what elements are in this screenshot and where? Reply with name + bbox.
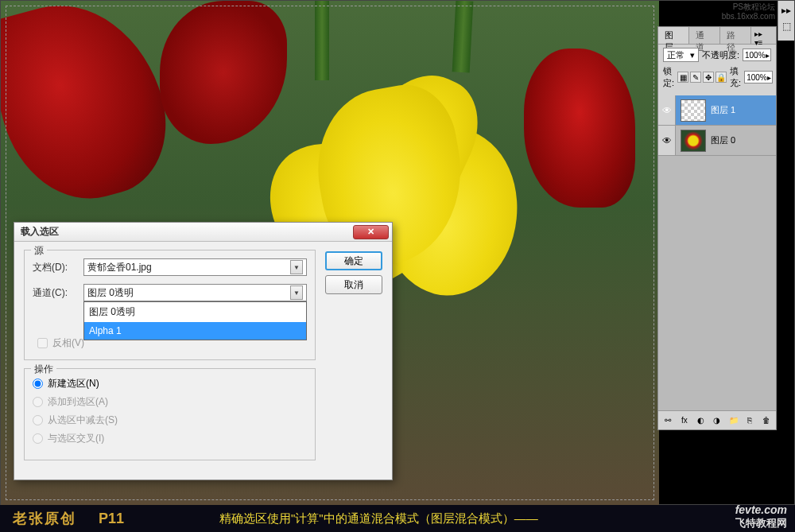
document-label: 文档(D): bbox=[33, 261, 79, 274]
histogram-icon[interactable]: ⬚ bbox=[780, 20, 793, 33]
watermark-text: PS教程论坛 bbs.16xx8.com bbox=[722, 2, 775, 21]
fill-label: 填充: bbox=[730, 65, 741, 89]
close-button[interactable]: ✕ bbox=[353, 225, 389, 239]
fill-input[interactable]: 100%▸ bbox=[744, 71, 773, 83]
new-layer-icon[interactable]: ⎘ bbox=[743, 414, 757, 427]
new-selection-radio[interactable] bbox=[33, 379, 43, 389]
tab-channels[interactable]: 通道 bbox=[689, 27, 720, 44]
ok-button[interactable]: 确定 bbox=[325, 251, 382, 270]
caption-text: 精确选区使用"计算"中的通道混合模式（图层混合模式）—— bbox=[219, 511, 538, 526]
intersect-selection-radio bbox=[33, 433, 43, 444]
blend-mode-dropdown[interactable]: 正常 ▾ bbox=[663, 48, 699, 62]
layer-name: 图层 1 bbox=[711, 104, 735, 116]
document-value: 黄郁金香01.jpg bbox=[87, 261, 290, 274]
chevron-down-icon: ▼ bbox=[290, 260, 303, 274]
lock-all-icon[interactable]: 🔒 bbox=[716, 72, 727, 83]
fx-icon[interactable]: fx bbox=[678, 414, 692, 427]
page-number: P11 bbox=[99, 511, 124, 527]
layer-item[interactable]: 👁 图层 0 bbox=[658, 126, 776, 156]
subtract-selection-label: 从选区中减去(S) bbox=[48, 414, 118, 427]
lock-move-icon[interactable]: ✥ bbox=[703, 72, 714, 83]
author-text: 老张原创 bbox=[13, 509, 76, 528]
link-icon[interactable]: ⚯ bbox=[661, 414, 675, 427]
subtract-selection-radio bbox=[33, 415, 43, 425]
operation-fieldset: 操作 新建选区(N) 添加到选区(A) 从选区中减去(S) bbox=[24, 368, 316, 460]
panel-tabs: 图层 通道 路径 ▸▸ ▾≡ bbox=[658, 27, 776, 45]
lock-transparent-icon[interactable]: ▦ bbox=[677, 72, 688, 83]
right-toolbar: ▸▸ ⬚ bbox=[778, 1, 794, 41]
source-legend: 源 bbox=[31, 244, 47, 258]
layer-thumbnail[interactable] bbox=[681, 130, 706, 152]
folder-icon[interactable]: 📁 bbox=[727, 414, 740, 427]
channel-dropdown-list: 图层 0透明 Alpha 1 bbox=[83, 301, 307, 340]
chevron-down-icon: ▼ bbox=[290, 285, 303, 300]
site-watermark: fevte.com 飞特教程网 bbox=[735, 503, 787, 530]
source-fieldset: 源 文档(D): 黄郁金香01.jpg ▼ 通道(C): 图层 0透明 bbox=[24, 250, 316, 360]
layers-panel: 图层 通道 路径 ▸▸ ▾≡ 正常 ▾ 不透明度: 100%▸ 锁定: ▦ ✎ bbox=[657, 26, 777, 430]
opacity-label: 不透明度: bbox=[702, 49, 739, 61]
invert-checkbox bbox=[37, 338, 48, 348]
tab-layers[interactable]: 图层 bbox=[658, 27, 689, 44]
mask-icon[interactable]: ◐ bbox=[694, 414, 708, 427]
cancel-button[interactable]: 取消 bbox=[325, 275, 382, 294]
load-selection-dialog: 载入选区 ✕ 源 文档(D): 黄郁金香01.jpg ▼ bbox=[14, 222, 393, 480]
panel-bottom-bar: ⚯ fx ◐ ◑ 📁 ⎘ 🗑 bbox=[658, 410, 776, 429]
lock-paint-icon[interactable]: ✎ bbox=[690, 72, 701, 83]
intersect-selection-label: 与选区交叉(I) bbox=[48, 432, 104, 445]
chevron-down-icon: ▾ bbox=[690, 50, 695, 60]
dialog-title: 载入选区 bbox=[21, 225, 59, 239]
layer-name: 图层 0 bbox=[711, 134, 735, 146]
layer-thumbnail[interactable] bbox=[681, 99, 706, 122]
dropdown-option[interactable]: 图层 0透明 bbox=[84, 302, 306, 322]
dropdown-option[interactable]: Alpha 1 bbox=[84, 322, 306, 340]
new-selection-label: 新建选区(N) bbox=[48, 377, 99, 390]
add-selection-label: 添加到选区(A) bbox=[48, 395, 108, 409]
canvas-area: 载入选区 ✕ 源 文档(D): 黄郁金香01.jpg ▼ bbox=[1, 1, 659, 505]
visibility-eye-icon[interactable]: 👁 bbox=[658, 126, 676, 155]
lock-label: 锁定: bbox=[663, 65, 674, 89]
channel-label: 通道(C): bbox=[33, 286, 79, 300]
bottom-caption: 老张原创 P11 精确选区使用"计算"中的通道混合模式（图层混合模式）—— fe… bbox=[0, 505, 795, 532]
operation-legend: 操作 bbox=[31, 363, 56, 376]
tab-paths[interactable]: 路径 bbox=[720, 27, 751, 44]
add-selection-radio bbox=[33, 397, 43, 407]
layer-list: 👁 图层 1 👁 图层 0 bbox=[658, 95, 776, 429]
document-dropdown[interactable]: 黄郁金香01.jpg ▼ bbox=[83, 258, 307, 276]
invert-label: 反相(V) bbox=[52, 336, 84, 350]
expand-panel-icon[interactable]: ▸▸ bbox=[780, 4, 793, 17]
close-icon: ✕ bbox=[367, 227, 374, 237]
adjustment-icon[interactable]: ◑ bbox=[711, 414, 724, 427]
visibility-eye-icon[interactable]: 👁 bbox=[658, 95, 676, 125]
layer-item[interactable]: 👁 图层 1 bbox=[658, 95, 776, 126]
dialog-titlebar[interactable]: 载入选区 ✕ bbox=[14, 223, 392, 242]
channel-dropdown[interactable]: 图层 0透明 ▼ 图层 0透明 Alpha 1 bbox=[83, 284, 307, 301]
trash-icon[interactable]: 🗑 bbox=[759, 414, 773, 427]
opacity-input[interactable]: 100%▸ bbox=[743, 49, 771, 61]
panel-menu-icon[interactable]: ▸▸ ▾≡ bbox=[751, 27, 776, 44]
channel-value: 图层 0透明 bbox=[87, 286, 290, 300]
